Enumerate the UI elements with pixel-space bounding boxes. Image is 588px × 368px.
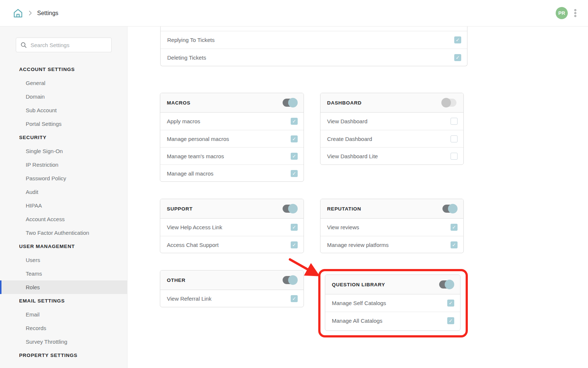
checkbox-create-dashboard[interactable] <box>451 135 458 142</box>
permission-label: View Referral Link <box>167 296 211 302</box>
checkbox-manage-team-s-macros[interactable]: ✓ <box>291 153 298 160</box>
permission-row: View Referral Link✓ <box>160 290 304 307</box>
card-title: DASHBOARD <box>327 100 362 106</box>
permission-row: Create Dashboard <box>320 130 463 147</box>
checkbox-view-dashboard-lite[interactable] <box>451 153 458 160</box>
card-macros: MACROSApply macros✓Manage personal macro… <box>160 93 304 182</box>
card-support: SUPPORTView Help Access Link✓Access Chat… <box>160 199 304 253</box>
sidebar-item-users[interactable]: Users <box>0 253 128 267</box>
sidebar-section-email-settings: EMAIL SETTINGS <box>0 294 128 308</box>
sidebar-item-general[interactable]: General <box>0 76 128 90</box>
sidebar-item-two-factor-authentication[interactable]: Two Factor Authentication <box>0 226 128 240</box>
chevron-right-icon <box>29 10 32 16</box>
card-title: MACROS <box>167 100 190 106</box>
card-title: OTHER <box>167 277 186 283</box>
settings-sidebar: ACCOUNT SETTINGSGeneralDomainSub Account… <box>0 26 128 368</box>
search-box <box>16 38 112 52</box>
card-header: QUESTION LIBRARY <box>325 275 460 294</box>
permission-label: View Dashboard <box>327 118 368 124</box>
sidebar-item-teams[interactable]: Teams <box>0 267 128 280</box>
permission-label: Manage review platforms <box>327 242 389 248</box>
sidebar-item-password-policy[interactable]: Password Policy <box>0 171 128 185</box>
sidebar-section-security: SECURITY <box>0 131 128 144</box>
search-icon <box>21 42 27 48</box>
toggle-other[interactable] <box>282 275 298 285</box>
toggle-macros[interactable] <box>282 98 298 107</box>
permission-label: Access Chat Support <box>167 242 219 248</box>
checkbox-view-referral-link[interactable]: ✓ <box>291 295 298 302</box>
kebab-menu-icon[interactable] <box>573 8 578 18</box>
permission-row: Manage Self Catalogs✓ <box>325 294 460 312</box>
checkbox-manage-self-catalogs[interactable]: ✓ <box>447 300 454 307</box>
card-reputation: REPUTATIONView reviews✓Manage review pla… <box>320 199 464 253</box>
permission-row: Replying To Tickets✓ <box>161 31 467 49</box>
sidebar-item-roles[interactable]: Roles <box>0 280 128 294</box>
permission-label: View reviews <box>327 224 359 230</box>
permission-label: Replying To Tickets <box>167 37 215 43</box>
card-dashboard: DASHBOARDView DashboardCreate DashboardV… <box>320 93 464 165</box>
card-tickets: Replying To Tickets✓Deleting Tickets✓ <box>160 26 467 66</box>
toggle-dashboard[interactable] <box>441 98 458 107</box>
sidebar-nav: ACCOUNT SETTINGSGeneralDomainSub Account… <box>0 63 128 362</box>
card-question-library: QUESTION LIBRARYManage Self Catalogs✓Man… <box>325 275 460 331</box>
checkbox-apply-macros[interactable]: ✓ <box>291 118 298 125</box>
card-title: SUPPORT <box>167 206 193 212</box>
sidebar-section-property-settings: PROPERTY SETTINGS <box>0 348 128 362</box>
permission-row: Manage all macros✓ <box>160 164 304 182</box>
checkbox-manage-review-platforms[interactable]: ✓ <box>451 241 458 248</box>
permission-label: Apply macros <box>167 118 200 124</box>
checkbox-manage-personal-macros[interactable]: ✓ <box>291 135 298 142</box>
sidebar-item-sub-account[interactable]: Sub Account <box>0 103 128 117</box>
permission-label: Manage team's macros <box>167 153 224 159</box>
home-icon[interactable] <box>12 8 24 19</box>
permission-label: Manage all macros <box>167 170 214 177</box>
toggle-reputation[interactable] <box>441 204 458 213</box>
sidebar-item-records[interactable]: Records <box>0 321 128 335</box>
sidebar-item-domain[interactable]: Domain <box>0 90 128 103</box>
card-header: OTHER <box>160 270 304 290</box>
avatar[interactable]: PR <box>556 7 568 19</box>
permission-row: View reviews✓ <box>320 219 463 236</box>
sidebar-item-audit[interactable]: Audit <box>0 185 128 199</box>
permission-row: View Dashboard Lite <box>320 147 463 164</box>
page-title: Settings <box>37 10 58 17</box>
card-header: SUPPORT <box>160 199 304 219</box>
permission-row: Manage review platforms✓ <box>320 236 463 253</box>
toggle-question-library[interactable] <box>438 280 454 289</box>
card-title: REPUTATION <box>327 206 361 212</box>
checkbox-replying-to-tickets[interactable]: ✓ <box>454 36 461 43</box>
permission-row: Apply macros✓ <box>160 113 304 130</box>
permission-row: Manage team's macros✓ <box>160 147 304 164</box>
search-input[interactable] <box>31 42 107 48</box>
permission-row: Manage All Catalogs✓ <box>325 312 460 329</box>
permission-label: View Help Access Link <box>167 224 222 230</box>
checkbox-manage-all-macros[interactable]: ✓ <box>291 170 298 177</box>
checkbox-view-reviews[interactable]: ✓ <box>451 224 458 231</box>
toggle-support[interactable] <box>282 204 298 213</box>
checkbox-deleting-tickets[interactable]: ✓ <box>454 54 461 61</box>
sidebar-item-survey-throttling[interactable]: Survey Throttling <box>0 335 128 348</box>
cutoff-row <box>161 26 467 31</box>
sidebar-section-account-settings: ACCOUNT SETTINGS <box>0 63 128 76</box>
checkbox-manage-all-catalogs[interactable]: ✓ <box>447 317 454 324</box>
card-header: DASHBOARD <box>320 93 463 113</box>
checkbox-view-dashboard[interactable] <box>451 118 458 125</box>
permission-row: Deleting Tickets✓ <box>161 49 467 66</box>
checkbox-access-chat-support[interactable]: ✓ <box>291 241 298 248</box>
sidebar-item-single-sign-on[interactable]: Single Sign-On <box>0 144 128 158</box>
card-header: MACROS <box>160 93 304 113</box>
permission-row: Manage personal macros✓ <box>160 130 304 147</box>
breadcrumb: Settings <box>12 8 58 19</box>
checkbox-view-help-access-link[interactable]: ✓ <box>291 224 298 231</box>
sidebar-item-email[interactable]: Email <box>0 308 128 321</box>
permission-label: Manage All Catalogs <box>332 318 383 324</box>
permission-label: Deleting Tickets <box>167 54 206 61</box>
sidebar-item-account-access[interactable]: Account Access <box>0 212 128 226</box>
permission-row: View Dashboard <box>320 113 463 130</box>
sidebar-item-hipaa[interactable]: HIPAA <box>0 199 128 212</box>
permission-row: Access Chat Support✓ <box>160 236 304 253</box>
sidebar-item-portal-settings[interactable]: Portal Settings <box>0 117 128 131</box>
sidebar-item-ip-restriction[interactable]: IP Restriction <box>0 158 128 171</box>
card-other: OTHERView Referral Link✓ <box>160 270 304 307</box>
sidebar-section-user-management: USER MANAGEMENT <box>0 240 128 253</box>
